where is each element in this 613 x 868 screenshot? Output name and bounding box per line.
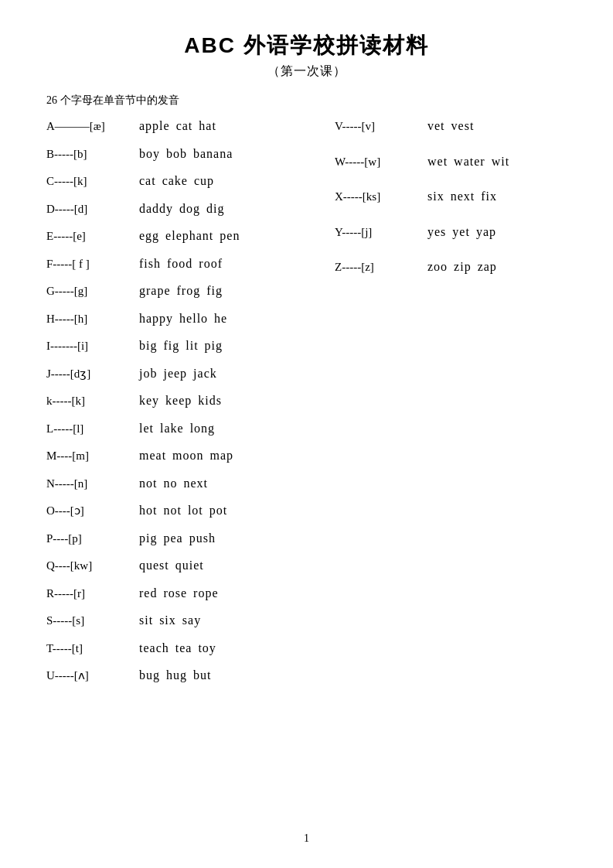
word-list: wetwaterwit [427,151,516,172]
list-item: V-----[v]vetvest [335,115,567,137]
word: dig [206,202,224,215]
list-item: N-----[n]notnonext [46,473,319,494]
list-item: G-----[g]grapefrogfig [46,280,319,302]
word: job [139,367,157,380]
phonetic-label: R-----[r] [46,584,139,604]
phonetic-label: O----[ɔ] [46,501,139,521]
word: cat [176,119,193,132]
word: toy [198,641,216,654]
word-list: eggelephantpen [139,225,246,246]
word: lot [188,504,203,517]
list-item: T-----[t]teachteatoy [46,637,319,659]
word: cat [139,174,156,187]
list-item: W-----[w]wetwaterwit [335,151,567,173]
word: yes [427,225,446,238]
phonetic-label: W-----[w] [335,152,427,173]
word: yap [476,225,496,238]
page-title: ABC 外语学校拼读材料 [46,31,567,60]
word: fig [206,284,223,297]
word: grape [139,284,171,297]
word-list: happyhellohe [139,308,233,329]
word-list: hotnotlotpot [139,500,233,521]
list-item: H-----[h]happyhellohe [46,308,319,330]
word: wet [427,155,448,168]
phonetic-label: C-----[k] [46,172,139,192]
word: zip [454,260,472,273]
word: not [139,477,157,490]
phonetic-label: M----[m] [46,446,139,466]
word: dog [179,202,200,215]
list-item: J-----[dʒ]jobjeepjack [46,363,319,384]
word: big [139,339,157,352]
phonetic-label: U-----[ʌ] [46,666,139,686]
word-list: vetvest [427,115,480,136]
word-list: sixnextfix [427,186,503,207]
word: boy [139,147,160,160]
word: zoo [427,260,448,273]
list-item: I-------[i]bigfiglitpig [46,335,319,357]
phonetic-label: H-----[h] [46,309,139,330]
phonetic-label: F-----[ f ] [46,255,139,275]
phonetic-label: X-----[ks] [335,187,427,207]
list-item: Q----[kw]questquiet [46,555,319,576]
word: frog [177,284,201,297]
word: cake [162,174,188,187]
list-item: U-----[ʌ]bughugbut [46,665,319,686]
word-list: daddydogdig [139,198,231,219]
word-list: zoozipzap [427,256,503,277]
word: vet [427,119,445,132]
phonetic-label: k-----[k] [46,391,139,412]
list-item: E-----[e]eggelephantpen [46,225,319,247]
phonetic-label: V-----[v] [335,117,427,137]
list-item: A———[æ]applecathat [46,115,319,137]
word: food [167,257,192,270]
word: let [139,422,154,435]
list-item: O----[ɔ]hotnotlotpot [46,500,319,521]
word-list: catcakecup [139,170,220,191]
word: red [139,586,157,600]
word-list: letlakelong [139,418,221,439]
word: daddy [139,202,173,215]
word: pea [163,531,182,545]
word: roof [199,257,223,270]
word: bug [139,668,160,682]
word: lit [186,339,198,352]
list-item: S-----[s]sitsixsay [46,610,319,631]
word: apple [139,119,170,132]
phonetic-label: D-----[d] [46,200,139,220]
list-item: F-----[ f ]fishfoodroof [46,253,319,275]
word-list: grapefrogfig [139,280,229,301]
word-list: keykeepkids [139,390,228,411]
right-column: V-----[v]vetvestW-----[w]wetwaterwitX---… [335,115,567,692]
word-list: questquiet [139,555,210,576]
word: happy [139,312,173,325]
word: zap [478,260,497,273]
word: kids [198,394,222,407]
word: not [163,504,181,517]
list-item: X-----[ks]sixnextfix [335,186,567,207]
word: fig [163,339,179,352]
phonetic-label: P----[p] [46,529,139,549]
word: long [190,422,215,435]
phonetic-label: L-----[l] [46,419,139,439]
list-item: M----[m]meatmoonmap [46,445,319,466]
word: tea [175,641,192,654]
word-list: notnonext [139,473,214,494]
phonetic-label: N-----[n] [46,474,139,494]
word: hug [166,668,187,682]
phonetic-label: Y-----[j] [335,223,427,243]
word: say [182,613,201,627]
word: egg [139,229,159,242]
word-list: applecathat [139,115,223,136]
phonetic-label: G-----[g] [46,282,139,302]
word: teach [139,641,169,654]
word-list: bigfiglitpig [139,335,229,356]
word: vest [451,119,475,132]
section-heading: 26 个字母在单音节中的发音 [46,94,567,108]
word: push [189,531,216,545]
word-list: bughugbut [139,665,217,685]
word: next [183,477,208,490]
word: jeep [163,367,187,380]
word: keep [165,394,192,407]
word-list: pigpeapush [139,528,222,548]
